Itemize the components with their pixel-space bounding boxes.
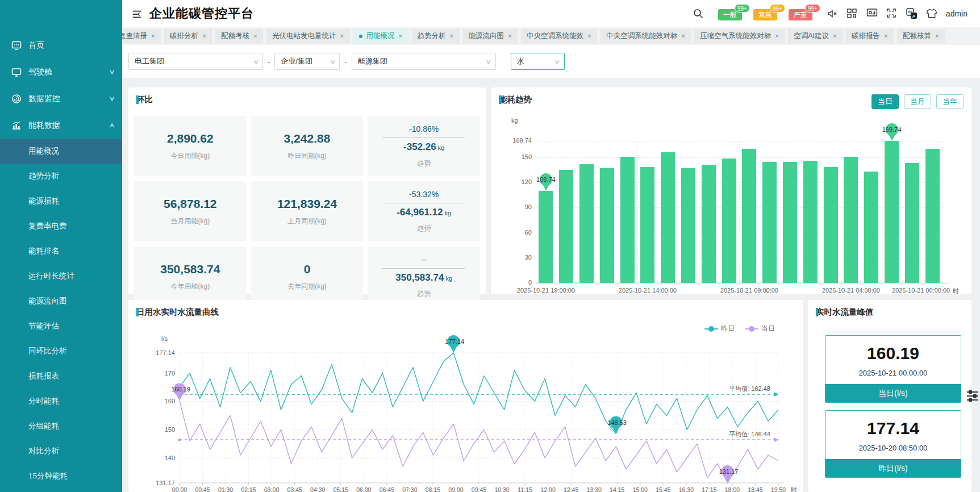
sidebar-item-4[interactable]: 能耗数据∧ <box>0 112 122 139</box>
tab-3[interactable]: 配额考核× <box>215 29 263 43</box>
mute-icon[interactable] <box>827 8 838 19</box>
fullscreen-icon[interactable] <box>886 8 898 19</box>
y-tick-label: 150 <box>493 153 532 160</box>
sidebar-item-label: 能耗数据 <box>28 120 110 131</box>
tab-2[interactable]: 碳排分析× <box>164 29 212 43</box>
settings-sliders-icon[interactable] <box>966 389 979 406</box>
alert-badge-3[interactable]: 严重99+ <box>789 9 812 20</box>
alert-badge-2[interactable]: 紧急99+ <box>753 9 777 20</box>
peak-timestamp: 2025-10-21 00:00:00 <box>825 369 961 377</box>
filter-select-1[interactable]: 电工集团∨ <box>128 53 263 70</box>
tab-8[interactable]: 中央空调系统能效× <box>521 29 597 43</box>
tab-12[interactable]: 碳排报告× <box>846 29 894 43</box>
sidebar-subitem-7[interactable]: 能源流向图 <box>0 289 122 314</box>
filter-select-2[interactable]: 企业/集团∨ <box>274 53 340 70</box>
sidebar-spacer <box>0 0 122 32</box>
alert-badge-count: 99+ <box>770 4 785 12</box>
sidebar-subitem-9[interactable]: 同环比分析 <box>0 339 122 364</box>
svg-text:131.17: 131.17 <box>156 480 175 486</box>
tab-6[interactable]: 趋势分析× <box>412 29 460 43</box>
bar <box>742 149 756 283</box>
search-icon[interactable] <box>693 8 704 19</box>
sidebar-subitem-6[interactable]: 运行时长统计 <box>0 264 122 289</box>
tab-10[interactable]: 压缩空气系统能效对标× <box>694 29 785 43</box>
tab-label: 用能概况 <box>366 31 395 41</box>
alert-badge-count: 99+ <box>805 4 820 12</box>
sidebar-item-1[interactable]: 首页 <box>0 32 122 59</box>
app-root: 首页驾驶舱∨数据监控∨能耗数据∧用能概况趋势分析能源损耗复费率电费能耗排名运行时… <box>0 0 980 492</box>
tab-close-icon[interactable]: × <box>253 32 257 40</box>
tab-close-icon[interactable]: × <box>508 32 512 40</box>
sidebar-subitem-14[interactable]: 15分钟能耗 <box>0 464 122 489</box>
tab-close-icon[interactable]: × <box>151 32 155 40</box>
sidebar-subitem-8[interactable]: 节能评估 <box>0 314 122 339</box>
svg-text:12:00: 12:00 <box>540 486 555 492</box>
menu-collapse-icon[interactable] <box>131 8 143 19</box>
sidebar-subitem-4[interactable]: 复费率电费 <box>0 214 122 239</box>
energy-trend-panel: 能耗趋势 当日当月当年 kg0306090120150169.74109.741… <box>491 87 971 294</box>
sidebar-subitem-1[interactable]: 用能概况 <box>0 139 122 164</box>
bar <box>905 163 919 283</box>
chevron-down-icon: ∨ <box>253 59 259 65</box>
tab-close-icon[interactable]: × <box>833 32 837 40</box>
filter-separator: - <box>268 57 270 66</box>
translate-icon[interactable]: 中A <box>906 8 918 19</box>
trend-diff-value: -352.26 <box>403 141 436 152</box>
sidebar-subitem-5[interactable]: 能耗排名 <box>0 239 122 264</box>
theme-icon[interactable] <box>926 8 937 19</box>
tab-close-icon[interactable]: × <box>884 32 888 40</box>
sidebar-item-3[interactable]: 数据监控∨ <box>0 85 122 112</box>
sidebar-subitem-12[interactable]: 分组能耗 <box>0 414 122 439</box>
sidebar-item-2[interactable]: 驾驶舱∨ <box>0 59 122 85</box>
user-name[interactable]: admin <box>946 9 968 18</box>
filter-select-3[interactable]: 能源集团∨ <box>352 53 496 70</box>
svg-text:00:00: 00:00 <box>172 486 187 492</box>
tab-4[interactable]: 光伏电站发电量统计× <box>266 29 350 43</box>
select-value: 能源集团 <box>358 56 387 66</box>
trend-label: 趋势 <box>417 289 431 299</box>
tab-9[interactable]: 中央空调系统能效对标× <box>600 29 691 43</box>
tab-close-icon[interactable]: × <box>450 32 454 40</box>
svg-text:06:45: 06:45 <box>380 486 394 492</box>
svg-text:18:00: 18:00 <box>725 486 740 492</box>
trend-diff-unit: kg <box>445 275 452 282</box>
bar <box>640 167 654 283</box>
svg-text:07:30: 07:30 <box>402 486 417 492</box>
peak-value: 177.14 <box>825 419 961 438</box>
trend-divider <box>382 268 465 269</box>
svg-text:01:30: 01:30 <box>218 486 233 492</box>
filter-select-4[interactable]: 水∨ <box>511 53 565 70</box>
sidebar-subitem-13[interactable]: 对比分析 <box>0 439 122 464</box>
tab-11[interactable]: 空调AI建议× <box>788 29 843 43</box>
tab-13[interactable]: 配额核算× <box>897 29 945 43</box>
tab-close-icon[interactable]: × <box>681 32 685 40</box>
apps-icon[interactable] <box>846 8 858 19</box>
monitor-chart-icon[interactable] <box>866 8 878 19</box>
energy-trend-bar-chart: kg0306090120150169.74109.74169.742025-10… <box>491 87 971 294</box>
tab-close-icon[interactable]: × <box>340 32 344 40</box>
alert-badge-1[interactable]: 一般99+ <box>718 9 742 20</box>
title-accent-bar <box>816 308 818 316</box>
sidebar-subitem-10[interactable]: 损耗报表 <box>0 364 122 389</box>
tab-label: 中央空调系统能效对标 <box>606 31 677 41</box>
tab-close-icon[interactable]: × <box>775 32 779 40</box>
peak-card-1: 160.192025-10-21 00:00:00当日(l/s) <box>825 335 961 403</box>
sidebar-subitem-3[interactable]: 能源损耗 <box>0 189 122 214</box>
tab-close-icon[interactable]: × <box>935 32 939 40</box>
tab-close-icon[interactable]: × <box>587 32 591 40</box>
x-axis-line <box>536 283 949 283</box>
pin-value-label: 109.74 <box>529 176 563 183</box>
sidebar-subitem-11[interactable]: 分时能耗 <box>0 389 122 414</box>
tab-close-icon[interactable]: × <box>202 32 206 40</box>
stat-card-2: 3,242.88昨日同期(kg) <box>251 116 364 176</box>
tab-7[interactable]: 能源流向图× <box>463 29 518 43</box>
sidebar-item-label: 数据监控 <box>28 94 110 104</box>
bar <box>844 157 858 283</box>
tab-label: 盘查清册 <box>122 31 147 41</box>
tab-close-icon[interactable]: × <box>399 32 403 40</box>
sidebar-subitem-2[interactable]: 趋势分析 <box>0 164 122 189</box>
tab-label: 空调AI建议 <box>794 31 829 41</box>
tab-1[interactable]: 盘查清册× <box>122 29 161 43</box>
trend-divider <box>382 137 465 138</box>
tab-5[interactable]: 用能概况× <box>353 29 408 43</box>
